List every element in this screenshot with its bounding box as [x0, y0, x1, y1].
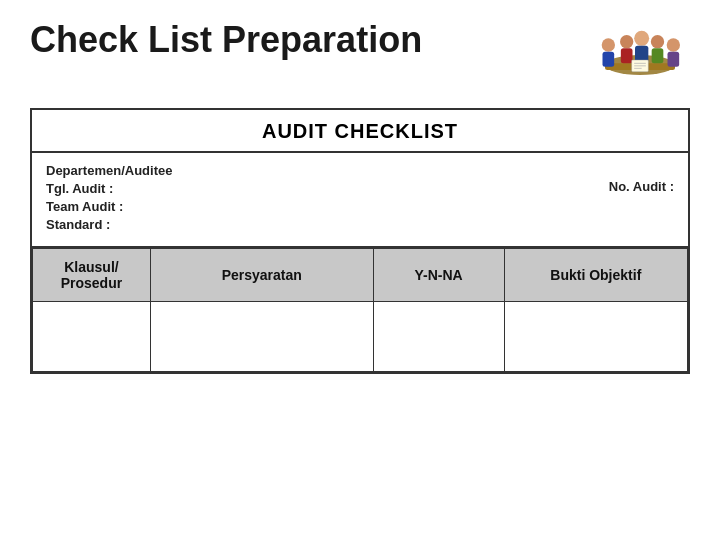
- header-section: Check List Preparation: [30, 20, 690, 90]
- svg-point-4: [620, 35, 633, 48]
- header-illustration: [590, 20, 690, 90]
- col-header-bukti: Bukti Objektif: [504, 249, 687, 302]
- svg-point-2: [602, 38, 615, 51]
- svg-point-8: [651, 35, 664, 48]
- team-audit-label: Team Audit :: [46, 199, 172, 214]
- cell-yna-1: [373, 302, 504, 372]
- tgl-audit-label: Tgl. Audit :: [46, 181, 172, 196]
- col-header-klausul: Klausul/Prosedur: [33, 249, 151, 302]
- page-title: Check List Preparation: [30, 20, 422, 60]
- col-header-persyaratan: Persyaratan: [150, 249, 373, 302]
- svg-rect-11: [668, 52, 680, 67]
- info-section: Departemen/Auditee Tgl. Audit : Team Aud…: [32, 153, 688, 248]
- checklist-table: Klausul/Prosedur Persyaratan Y-N-NA Bukt…: [32, 248, 688, 372]
- table-header-row: Klausul/Prosedur Persyaratan Y-N-NA Bukt…: [33, 249, 688, 302]
- checklist-box: AUDIT CHECKLIST Departemen/Auditee Tgl. …: [30, 108, 690, 374]
- audit-checklist-title: AUDIT CHECKLIST: [32, 110, 688, 153]
- col-header-yna: Y-N-NA: [373, 249, 504, 302]
- svg-rect-3: [603, 52, 615, 67]
- page-container: Check List Preparation: [0, 0, 720, 540]
- info-left: Departemen/Auditee Tgl. Audit : Team Aud…: [46, 163, 172, 232]
- svg-rect-9: [652, 48, 664, 63]
- info-right: No. Audit :: [609, 163, 674, 232]
- departemen-label: Departemen/Auditee: [46, 163, 172, 178]
- no-audit-label: No. Audit :: [609, 179, 674, 194]
- svg-point-6: [634, 31, 649, 46]
- cell-bukti-1: [504, 302, 687, 372]
- table-row: [33, 302, 688, 372]
- svg-point-10: [667, 38, 680, 51]
- cell-persyaratan-1: [150, 302, 373, 372]
- table-section: Klausul/Prosedur Persyaratan Y-N-NA Bukt…: [32, 248, 688, 372]
- svg-rect-5: [621, 48, 633, 63]
- standard-label: Standard :: [46, 217, 172, 232]
- cell-klausul-1: [33, 302, 151, 372]
